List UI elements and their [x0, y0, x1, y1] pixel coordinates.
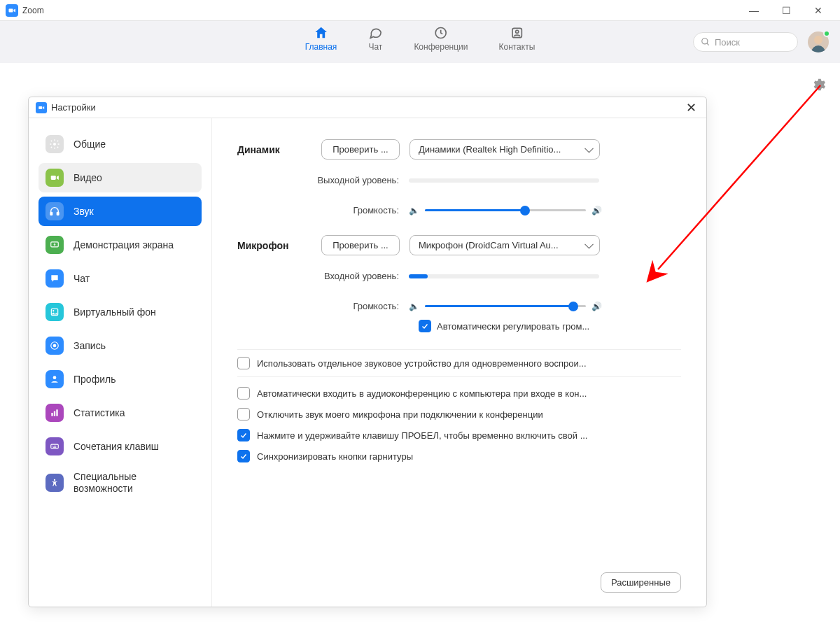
- input-level-meter: [409, 274, 599, 278]
- svg-point-15: [53, 344, 57, 348]
- auto-adjust-label: Автоматически регулировать гром...: [437, 321, 589, 332]
- svg-rect-24: [53, 447, 57, 448]
- search-placeholder: Поиск: [715, 37, 740, 48]
- user-avatar[interactable]: [808, 31, 829, 52]
- svg-rect-8: [51, 176, 56, 180]
- sidebar-item-screen-share[interactable]: Демонстрация экрана: [38, 230, 202, 260]
- tab-home[interactable]: Главная: [305, 25, 337, 52]
- search-icon: [701, 37, 710, 47]
- speaker-device-dropdown[interactable]: Динамики (Realtek High Definitio...: [410, 139, 600, 160]
- speaker-volume-label: Громкость:: [237, 205, 409, 215]
- keyboard-icon: [46, 437, 64, 455]
- test-speaker-button[interactable]: Проверить ...: [321, 139, 400, 160]
- advanced-button[interactable]: Расширенные: [601, 572, 681, 593]
- maximize-button[interactable]: ☐: [770, 0, 802, 21]
- sidebar-item-label: Специальные возможности: [74, 471, 195, 495]
- svg-line-5: [707, 43, 709, 45]
- sidebar-item-accessibility[interactable]: Специальные возможности: [38, 465, 202, 500]
- contact-icon: [509, 25, 524, 41]
- volume-low-icon: 🔈: [409, 206, 419, 215]
- mic-volume-label: Громкость:: [237, 301, 409, 311]
- sidebar-item-label: Демонстрация экрана: [74, 239, 174, 251]
- video-icon: [46, 169, 64, 187]
- output-level-meter: [409, 178, 599, 183]
- mic-volume-slider[interactable]: 🔈 🔊: [409, 302, 602, 311]
- svg-rect-6: [38, 106, 42, 108]
- test-mic-button[interactable]: Проверить ...: [321, 235, 400, 255]
- sync-headset-checkbox[interactable]: [237, 450, 250, 462]
- sidebar-item-label: Чат: [74, 273, 90, 285]
- sidebar-item-label: Звук: [74, 206, 94, 218]
- svg-point-23: [55, 446, 56, 446]
- tab-meetings[interactable]: Конференции: [414, 25, 468, 52]
- svg-point-4: [702, 38, 708, 44]
- tab-chat[interactable]: Чат: [368, 25, 383, 52]
- sidebar-item-virtual-bg[interactable]: Виртуальный фон: [38, 297, 202, 327]
- sidebar-item-general[interactable]: Общие: [38, 129, 202, 159]
- svg-point-22: [54, 446, 55, 446]
- separate-device-label: Использовать отдельное звуковое устройст…: [257, 358, 587, 369]
- sidebar-item-statistics[interactable]: Статистика: [38, 398, 202, 427]
- sidebar-item-audio[interactable]: Звук: [38, 197, 202, 226]
- sidebar-item-recording[interactable]: Запись: [38, 331, 202, 360]
- sidebar-item-video[interactable]: Видео: [38, 163, 202, 192]
- settings-sidebar: Общие Видео Звук Демонстрация экрана Чат: [29, 118, 212, 607]
- zoom-app-icon: [36, 102, 47, 113]
- tab-label: Чат: [368, 42, 382, 52]
- screen-share-icon: [46, 236, 64, 254]
- settings-dialog: Настройки ✕ Общие Видео Звук Д: [28, 97, 707, 607]
- close-window-button[interactable]: ✕: [802, 0, 834, 21]
- chat-icon: [368, 25, 383, 41]
- dialog-title: Настройки: [51, 102, 96, 113]
- close-dialog-button[interactable]: ✕: [683, 100, 699, 115]
- search-input[interactable]: Поиск: [693, 32, 798, 52]
- sidebar-item-label: Виртуальный фон: [74, 306, 156, 318]
- svg-rect-10: [57, 212, 59, 215]
- zoom-app-icon: [6, 4, 18, 17]
- sidebar-item-label: Общие: [74, 139, 106, 150]
- volume-high-icon: 🔊: [592, 302, 602, 311]
- sidebar-item-label: Запись: [74, 340, 106, 352]
- output-level-label: Выходной уровень:: [237, 175, 409, 185]
- svg-rect-9: [50, 212, 52, 215]
- stats-icon: [46, 404, 64, 422]
- separate-device-checkbox[interactable]: [237, 357, 250, 369]
- option-label: Отключить звук моего микрофона при подкл…: [257, 409, 543, 420]
- auto-join-audio-checkbox[interactable]: [237, 387, 250, 400]
- mute-on-join-checkbox[interactable]: [237, 408, 250, 420]
- svg-point-16: [53, 376, 57, 379]
- settings-gear-button[interactable]: [811, 77, 826, 95]
- sidebar-item-chat[interactable]: Чат: [38, 264, 202, 293]
- option-label: Синхронизировать кнопки гарнитуры: [257, 451, 413, 462]
- sidebar-item-label: Профиль: [74, 374, 115, 386]
- settings-content-audio: Динамик Проверить ... Динамики (Realtek …: [212, 118, 706, 607]
- mic-device-dropdown[interactable]: Микрофон (DroidCam Virtual Au...: [410, 235, 600, 255]
- sidebar-item-shortcuts[interactable]: Сочетания клавиш: [38, 432, 202, 461]
- volume-high-icon: 🔊: [592, 206, 602, 215]
- speaker-volume-slider[interactable]: 🔈 🔊: [409, 206, 602, 215]
- sidebar-item-profile[interactable]: Профиль: [38, 365, 202, 394]
- chat-icon: [46, 269, 64, 288]
- option-label: Нажмите и удерживайте клавишу ПРОБЕЛ, чт…: [257, 430, 587, 441]
- auto-adjust-checkbox[interactable]: [419, 320, 431, 332]
- sidebar-item-label: Сочетания клавиш: [74, 441, 159, 453]
- push-to-talk-checkbox[interactable]: [237, 429, 250, 441]
- input-level-label: Входной уровень:: [237, 271, 409, 281]
- clock-icon: [433, 25, 449, 41]
- svg-point-3: [515, 30, 518, 33]
- option-label: Автоматически входить в аудиоконференцию…: [257, 388, 587, 399]
- image-icon: [46, 303, 64, 321]
- minimize-button[interactable]: —: [738, 0, 770, 21]
- mic-section-label: Микрофон: [237, 240, 321, 251]
- user-icon: [46, 370, 64, 388]
- window-titlebar: Zoom — ☐ ✕: [0, 0, 840, 21]
- svg-rect-17: [51, 413, 52, 416]
- speaker-section-label: Динамик: [237, 144, 321, 155]
- sidebar-item-label: Видео: [74, 172, 102, 184]
- svg-point-7: [53, 143, 56, 146]
- home-icon: [314, 25, 329, 41]
- tab-contacts[interactable]: Контакты: [498, 25, 535, 52]
- accessibility-icon: [46, 474, 64, 492]
- tab-label: Конференции: [414, 42, 468, 52]
- svg-point-25: [54, 479, 55, 481]
